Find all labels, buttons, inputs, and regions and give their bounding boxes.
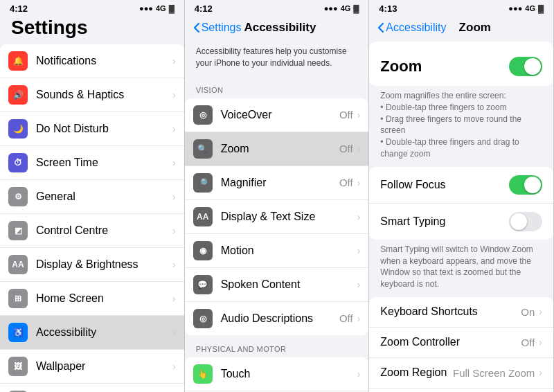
status-icons-3: ●●● 4G ▓ — [508, 4, 544, 12]
settings-item-donotdisturb[interactable]: 🌙 Do Not Disturb › — [0, 112, 184, 146]
chevron-icon-zc: › — [539, 337, 542, 348]
chevron-wallpaper: › — [172, 361, 176, 372]
keyboard-shortcuts-value: On — [521, 306, 535, 318]
status-bar-2: 4:12 ●●● 4G ▓ — [185, 0, 369, 15]
follow-focus-knob — [524, 177, 541, 193]
label-general: General — [36, 190, 172, 203]
zoom-region-row[interactable]: Zoom Region Full Screen Zoom › — [369, 358, 553, 389]
back-label-2: Settings — [202, 21, 242, 34]
icon-homescreen: ⊞ — [8, 289, 28, 308]
vision-item-magnifier[interactable]: 🔎 Magnifier Off › — [185, 166, 369, 200]
nav-bar-2: Settings Accessibility — [185, 15, 369, 42]
settings-item-sounds[interactable]: 🔊 Sounds & Haptics › — [0, 78, 184, 112]
time-1: 4:12 — [10, 3, 28, 14]
label-v-displaytext: Display & Text Size — [221, 211, 357, 223]
zoom-settings-list: Zoom Zoom magnifies the entire screen: •… — [369, 42, 553, 392]
physical-item-touch[interactable]: 👆 Touch › — [185, 357, 369, 391]
chevron-back-icon-3 — [377, 22, 384, 33]
vision-item-displaytext[interactable]: AA Display & Text Size › — [185, 200, 369, 234]
icon-accessibility: ♿ — [8, 323, 28, 342]
section-physical: PHYSICAL AND MOTOR — [185, 335, 369, 357]
settings-item-screentime[interactable]: ⏱ Screen Time › — [0, 146, 184, 180]
zoom-controller-value: Off — [521, 337, 535, 348]
vision-item-zoom[interactable]: 🔍 Zoom Off › — [185, 132, 369, 166]
smart-typing-row: Smart Typing — [369, 204, 553, 240]
status-bar-3: 4:13 ●●● 4G ▓ — [369, 0, 553, 15]
network-icon-2: 4G — [341, 4, 351, 12]
zoom-desc-line1: • Double-tap three fingers to zoom — [380, 103, 506, 112]
smart-typing-knob — [510, 213, 527, 230]
time-2: 4:12 — [195, 3, 213, 14]
label-v-voiceover: VoiceOver — [221, 109, 339, 121]
label-screentime: Screen Time — [36, 157, 172, 169]
network-icon-1: 4G — [156, 4, 166, 12]
network-icon-3: 4G — [525, 4, 535, 12]
panel-zoom: 4:13 ●●● 4G ▓ Accessibility Zoom Zoom — [369, 0, 554, 392]
zoom-filter-row[interactable]: Zoom Filter None › — [369, 389, 553, 392]
chevron-v-displaytext: › — [357, 211, 361, 222]
zoom-main-title: Zoom — [380, 57, 422, 75]
label-notifications: Notifications — [36, 55, 172, 67]
status-icons-2: ●●● 4G ▓ — [324, 4, 359, 12]
smart-typing-toggle[interactable] — [509, 212, 542, 231]
zoom-description: Zoom magnifies the entire screen: • Doub… — [369, 86, 553, 167]
vision-item-audio[interactable]: ◎ Audio Descriptions Off › — [185, 302, 369, 335]
icon-v-spoken: 💬 — [193, 275, 213, 294]
settings-item-homescreen[interactable]: ⊞ Home Screen › — [0, 282, 184, 316]
icon-v-voiceover: ◎ — [193, 105, 213, 125]
settings-item-controlcentre[interactable]: ◩ Control Centre › — [0, 214, 184, 248]
chevron-p-touch: › — [357, 368, 361, 380]
vision-item-voiceover[interactable]: ◎ VoiceOver Off › — [185, 98, 369, 132]
settings-item-siri[interactable]: ◉ Siri & Search › — [0, 384, 184, 392]
chevron-general: › — [172, 191, 176, 202]
zoom-desc-line2: • Drag three fingers to move round the s… — [380, 114, 521, 136]
chevron-notifications: › — [172, 55, 176, 66]
time-3: 4:13 — [379, 3, 397, 14]
icon-donotdisturb: 🌙 — [8, 119, 28, 139]
panel-settings: 4:12 ●●● 4G ▓ Settings 🔔 Notifications ›… — [0, 0, 185, 392]
chevron-icon-zr: › — [539, 367, 542, 378]
chevron-v-zoom: › — [357, 143, 361, 154]
icon-screentime: ⏱ — [8, 153, 28, 172]
icon-displaybrightness: AA — [8, 255, 28, 274]
zoom-desc-text: Zoom magnifies the entire screen: — [380, 91, 506, 100]
chevron-back-icon-2 — [193, 22, 200, 33]
chevron-screentime: › — [172, 157, 176, 168]
battery-icon-3: ▓ — [538, 4, 544, 12]
zoom-toggle[interactable] — [509, 57, 542, 76]
back-button-2[interactable]: Settings — [193, 21, 242, 34]
settings-list-section: 🔔 Notifications › 🔊 Sounds & Haptics › 🌙… — [0, 44, 184, 392]
icon-controlcentre: ◩ — [8, 221, 28, 240]
settings-item-accessibility[interactable]: ♿ Accessibility › — [0, 316, 184, 350]
physical-list-section: 👆 Touch › 👤 Face ID & Attention › ⊙ Swit… — [185, 357, 369, 392]
settings-item-notifications[interactable]: 🔔 Notifications › — [0, 44, 184, 78]
keyboard-shortcuts-row[interactable]: Keyboard Shortcuts On › — [369, 297, 553, 328]
back-button-3[interactable]: Accessibility — [377, 21, 446, 34]
large-title-bar-1: Settings — [0, 15, 184, 44]
icon-v-magnifier: 🔎 — [193, 173, 213, 193]
chevron-sounds: › — [172, 89, 176, 100]
zoom-controller-row[interactable]: Zoom Controller Off › — [369, 328, 553, 358]
battery-icon-2: ▓ — [353, 4, 359, 12]
icon-general: ⚙ — [8, 187, 28, 206]
smart-typing-label: Smart Typing — [380, 215, 509, 228]
icon-wallpaper: 🖼 — [8, 357, 28, 376]
label-p-touch: Touch — [221, 368, 357, 380]
chevron-accessibility: › — [172, 327, 176, 338]
zoom-controller-label: Zoom Controller — [380, 336, 521, 348]
chevron-v-magnifier: › — [357, 177, 361, 188]
status-bar-1: 4:12 ●●● 4G ▓ — [0, 0, 184, 15]
settings-item-general[interactable]: ⚙ General › — [0, 180, 184, 214]
follow-focus-row: Follow Focus — [369, 167, 553, 204]
vision-item-spoken[interactable]: 💬 Spoken Content › — [185, 268, 369, 302]
zoom-region-label: Zoom Region — [380, 366, 453, 379]
section-vision: VISION — [185, 76, 369, 98]
chevron-displaybrightness: › — [172, 259, 176, 270]
icon-sounds: 🔊 — [8, 85, 28, 105]
zoom-main-toggle-row: Zoom — [369, 47, 553, 86]
nav-title-3: Zoom — [446, 21, 503, 35]
settings-item-displaybrightness[interactable]: AA Display & Brightness › — [0, 248, 184, 282]
follow-focus-toggle[interactable] — [509, 175, 542, 195]
settings-item-wallpaper[interactable]: 🖼 Wallpaper › — [0, 350, 184, 384]
vision-item-motion[interactable]: ◉ Motion › — [185, 234, 369, 268]
